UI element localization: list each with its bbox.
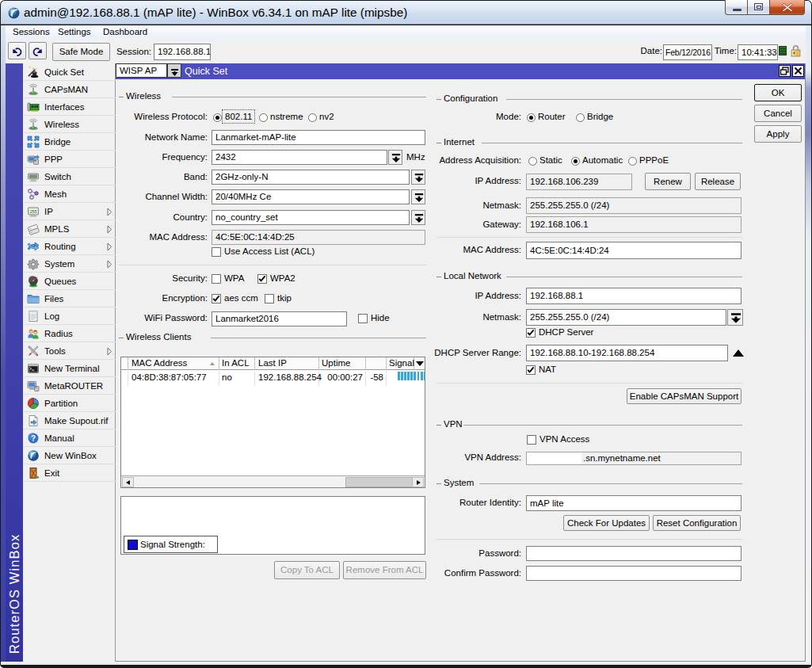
svg-text:?: ? — [31, 434, 36, 443]
svg-text:255: 255 — [29, 209, 36, 214]
